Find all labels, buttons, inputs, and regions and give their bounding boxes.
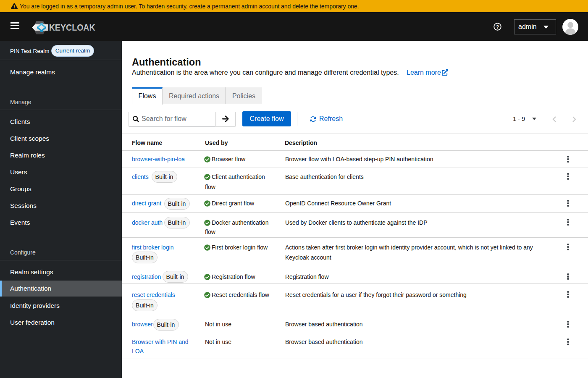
svg-text:KEYCLOAK: KEYCLOAK <box>49 22 95 33</box>
svg-text:?: ? <box>496 24 499 29</box>
